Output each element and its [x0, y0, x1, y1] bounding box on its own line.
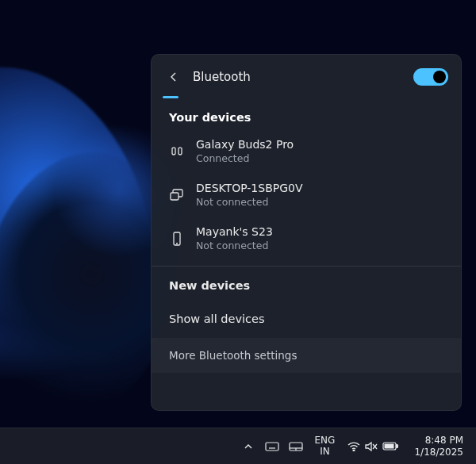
device-row[interactable]: DESKTOP-1SBPG0V Not connected — [152, 174, 461, 217]
svg-point-13 — [354, 450, 355, 451]
volume-mute-icon — [365, 441, 378, 452]
svg-rect-1 — [171, 193, 178, 200]
device-row[interactable]: Mayank's S23 Not connected — [152, 217, 461, 261]
new-devices-heading: New devices — [152, 267, 461, 300]
device-status: Connected — [196, 152, 294, 164]
tray-network-group[interactable] — [343, 441, 403, 452]
svg-rect-17 — [397, 445, 398, 448]
toggle-knob — [433, 71, 446, 83]
show-all-devices-link[interactable]: Show all devices — [152, 300, 461, 338]
chevron-up-icon — [244, 442, 253, 451]
keyboard-icon — [265, 442, 279, 451]
earbuds-icon — [169, 144, 185, 159]
panel-header: Bluetooth — [152, 55, 461, 93]
panel-title: Bluetooth — [193, 70, 251, 84]
bluetooth-toggle[interactable] — [413, 68, 448, 86]
your-devices-heading: Your devices — [152, 98, 461, 130]
tray-overflow-button[interactable] — [238, 435, 259, 458]
tray-keyboard-button[interactable] — [262, 435, 282, 458]
device-status: Not connected — [196, 240, 273, 251]
device-text: Galaxy Buds2 Pro Connected — [196, 138, 294, 164]
lang-primary: ENG — [315, 435, 336, 446]
back-button[interactable] — [163, 66, 185, 88]
clock-time: 8:48 PM — [425, 435, 463, 447]
desktop-icon — [169, 187, 185, 203]
device-name: DESKTOP-1SBPG0V — [196, 182, 303, 194]
tray-language-button[interactable]: ENG IN — [309, 435, 340, 456]
device-name: Mayank's S23 — [196, 225, 273, 238]
clock-date: 1/18/2025 — [414, 447, 463, 458]
svg-rect-18 — [385, 444, 394, 449]
phone-icon — [169, 231, 185, 247]
touchpad-icon — [289, 442, 303, 451]
tray-touchpad-button[interactable] — [286, 435, 306, 458]
wifi-icon — [347, 442, 360, 451]
arrow-left-icon — [167, 71, 180, 83]
device-status: Not connected — [196, 196, 303, 208]
taskbar: ENG IN 8:48 PM 1/18/2025 — [0, 428, 476, 464]
lang-secondary: IN — [320, 447, 330, 457]
device-name: Galaxy Buds2 Pro — [196, 138, 294, 151]
battery-icon — [382, 442, 398, 451]
device-text: Mayank's S23 Not connected — [196, 225, 273, 251]
bluetooth-quick-panel: Bluetooth Your devices Galaxy Buds2 Pro … — [151, 54, 462, 411]
more-bluetooth-settings-link[interactable]: More Bluetooth settings — [152, 338, 461, 373]
device-text: DESKTOP-1SBPG0V Not connected — [196, 182, 303, 208]
svg-rect-4 — [266, 443, 278, 451]
device-row[interactable]: Galaxy Buds2 Pro Connected — [152, 130, 461, 174]
tray-clock[interactable]: 8:48 PM 1/18/2025 — [406, 435, 468, 458]
